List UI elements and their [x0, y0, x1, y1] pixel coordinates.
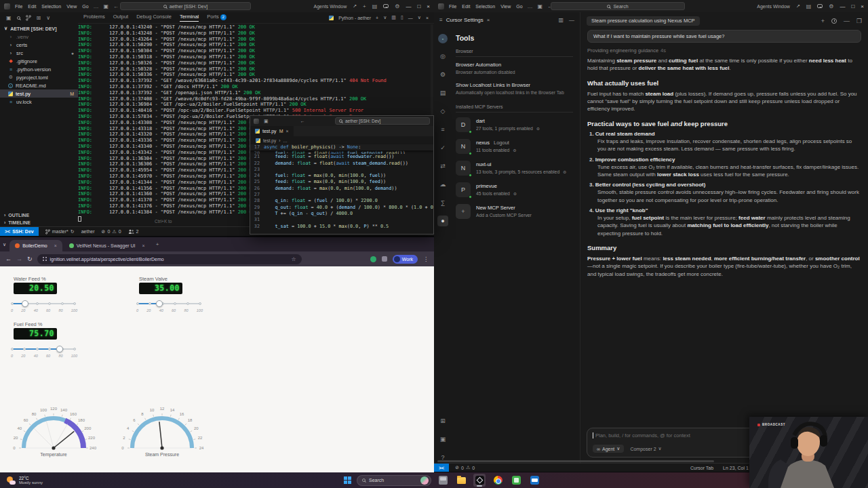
layout-icon[interactable]: ▣: [104, 3, 109, 9]
breadcrumb[interactable]: test.py › …: [250, 136, 433, 144]
cloud-icon[interactable]: ☁: [437, 179, 448, 190]
minimize-button[interactable]: —: [406, 3, 411, 9]
close-button[interactable]: ×: [861, 3, 864, 9]
account-avatar[interactable]: ◦: [438, 34, 448, 43]
remote-indicator[interactable]: ><SSH: Dev: [0, 227, 39, 236]
problems-status[interactable]: ⊘0⚠0: [455, 465, 475, 470]
terminal-dropdown-icon[interactable]: ∨: [383, 15, 387, 20]
close-tab-icon[interactable]: ×: [285, 129, 288, 134]
menu-file[interactable]: File: [15, 4, 22, 9]
mail-icon[interactable]: [528, 474, 540, 487]
chat-icon[interactable]: ●: [437, 216, 448, 226]
menu-selection[interactable]: Selection: [41, 4, 61, 9]
close-tab-icon[interactable]: ×: [142, 243, 145, 248]
extensions-icon[interactable]: ⊞: [37, 15, 41, 21]
more-menu-icon[interactable]: …: [528, 3, 533, 9]
agents-window-button[interactable]: Agents Window: [757, 4, 790, 9]
panel-tab-ports[interactable]: Ports2: [207, 14, 226, 22]
agents-window-button[interactable]: Agents Window: [314, 4, 347, 9]
close-tab-icon[interactable]: ×: [54, 243, 57, 248]
bookmark-star-icon[interactable]: ☆: [291, 256, 296, 262]
models-icon[interactable]: ◇: [437, 106, 448, 117]
new-chat-icon[interactable]: +: [821, 18, 825, 24]
maximize-button[interactable]: □: [417, 3, 420, 9]
account-icon[interactable]: ◎: [437, 51, 448, 62]
file-item-certs[interactable]: ›certs: [0, 41, 78, 49]
close-panel-icon[interactable]: ×: [426, 16, 429, 20]
profile-chip[interactable]: Work: [393, 255, 418, 264]
close-button[interactable]: ×: [427, 3, 430, 9]
file-item-uv.lock[interactable]: ≡uv.lock: [0, 98, 78, 106]
rules-icon[interactable]: ✓: [437, 142, 448, 153]
network-icon[interactable]: ⇄: [437, 161, 448, 171]
capture-app-icon[interactable]: [510, 474, 522, 487]
menu-edit[interactable]: Edit: [462, 4, 470, 9]
panel-chevron-icon[interactable]: ∨: [418, 15, 421, 20]
tab-cursor-settings[interactable]: Cursor Settings: [446, 17, 484, 23]
panel-layout-icon[interactable]: ▤: [806, 3, 812, 9]
chevron-down-icon[interactable]: ∨: [46, 15, 50, 21]
panel-tab-problems[interactable]: Problems: [83, 14, 105, 22]
menu-go[interactable]: Go: [516, 4, 522, 9]
tab-search-chevron-icon[interactable]: ∨: [3, 242, 6, 247]
panel-layout-icon[interactable]: ▤: [372, 3, 378, 9]
code-editor[interactable]: 17async def boiler_physics() -> None:20 …: [250, 144, 433, 230]
control-slider[interactable]: 020406080100: [138, 300, 200, 315]
menu-selection[interactable]: Selection: [475, 4, 495, 9]
mcp-server-dart[interactable]: Ddart27 tools, 1 prompts enabled ⚙: [456, 117, 573, 132]
title-search[interactable]: aether [SSH: Dev]: [335, 117, 430, 125]
panel-tab-output[interactable]: Output: [113, 14, 129, 22]
panel-tab-debug-console[interactable]: Debug Console: [136, 14, 172, 22]
file-item-README.md[interactable]: iREADME.md: [0, 81, 78, 89]
layout-icon[interactable]: ▣: [264, 119, 269, 124]
gear-icon[interactable]: ⚙: [563, 170, 566, 174]
gear-icon[interactable]: ⚙: [513, 192, 517, 196]
forward-icon[interactable]: →: [16, 256, 22, 262]
title-search[interactable]: aether [SSH: Dev]: [120, 2, 251, 10]
browser-tab[interactable]: VeilNet Nexus - Swagger UI×: [64, 240, 151, 251]
control-slider[interactable]: 020406080100: [12, 300, 75, 315]
title-search[interactable]: Search: [551, 2, 685, 10]
collab-status[interactable]: 2: [128, 229, 139, 235]
back-icon[interactable]: ←: [5, 256, 12, 262]
widgets-icon[interactable]: [437, 474, 449, 487]
chrome-icon[interactable]: [492, 474, 504, 487]
minimize-button[interactable]: —: [840, 3, 845, 9]
appearance-icon[interactable]: ▤: [437, 87, 448, 98]
file-item-venv[interactable]: ›.venv: [0, 33, 78, 41]
taskbar-search[interactable]: Search: [357, 475, 431, 486]
explorer-icon[interactable]: ▣: [6, 15, 12, 21]
terminal-icon[interactable]: ▣: [437, 434, 448, 445]
minimize-panel-icon[interactable]: —: [408, 16, 413, 20]
settings-gear-icon[interactable]: ⚙: [437, 69, 448, 80]
history-icon[interactable]: [831, 18, 837, 24]
menu-go[interactable]: Go: [82, 4, 88, 9]
file-item-src[interactable]: ›src●: [0, 49, 78, 57]
source-control-icon[interactable]: [26, 15, 31, 21]
file-item-pyproject.toml[interactable]: ⚙pyproject.toml: [0, 73, 78, 81]
control-slider[interactable]: 020406080100: [12, 346, 75, 361]
git-branch-status[interactable]: master*↻: [45, 229, 75, 235]
model-selector[interactable]: Composer 2∨: [630, 446, 661, 451]
gear-icon[interactable]: ⚙: [395, 3, 399, 9]
file-item-python-version[interactable]: ≡.python-version: [0, 65, 78, 73]
new-terminal-icon[interactable]: +: [376, 16, 378, 20]
terminal-profile-label[interactable]: Python - aether: [338, 16, 371, 20]
agent-mode-selector[interactable]: ∞Agent∨: [593, 445, 624, 453]
menu-view[interactable]: View: [66, 4, 77, 9]
close-tab-icon[interactable]: ×: [487, 17, 490, 23]
cursor-app-icon[interactable]: [473, 474, 486, 487]
slider-thumb[interactable]: [156, 300, 163, 307]
problems-status[interactable]: ⊘0⚠0: [102, 229, 121, 235]
cursor-tab-status[interactable]: Cursor Tab: [690, 466, 713, 470]
chat-messages[interactable]: What if I want to maintain pressure whil…: [580, 29, 868, 425]
back-icon[interactable]: ←: [300, 119, 305, 123]
mcp-logout-link[interactable]: Logout: [494, 140, 509, 146]
panel-icon[interactable]: ❐: [856, 18, 862, 24]
new-icon[interactable]: +: [363, 3, 366, 9]
setting-item[interactable]: Show Localhost Links in BrowserAutomatic…: [456, 82, 573, 96]
menu-file[interactable]: File: [449, 4, 456, 9]
layout-icon[interactable]: ▣: [538, 3, 543, 9]
file-explorer-icon[interactable]: [455, 474, 467, 487]
mcp-server-nexus[interactable]: NnexusLogout11 tools enabled ⚙: [456, 139, 573, 154]
